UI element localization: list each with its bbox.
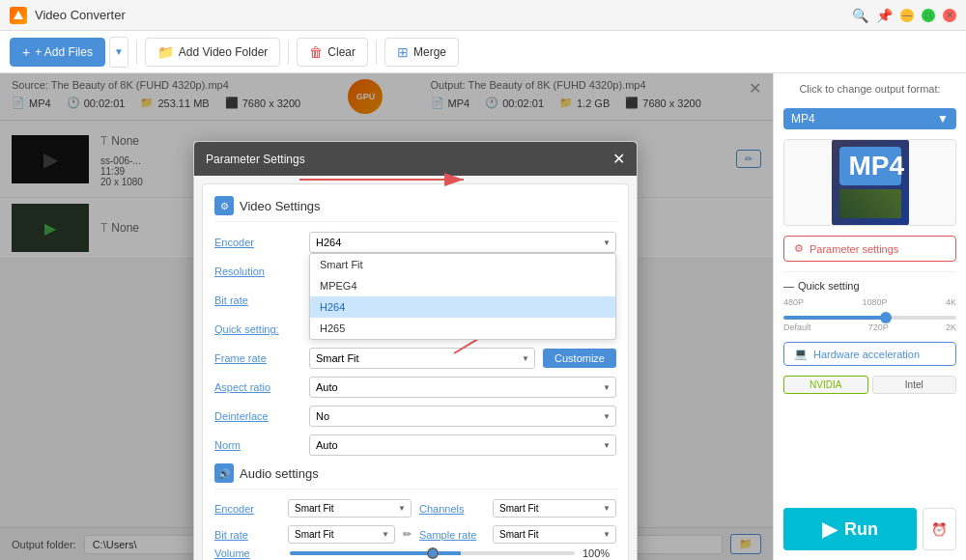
run-row: ▶ Run ⏰ — [783, 508, 956, 550]
audio-bitrate-select-wrapper: Smart Fit — [288, 525, 395, 544]
alarm-button[interactable]: ⏰ — [923, 508, 956, 550]
clear-button[interactable]: 🗑 Clear — [297, 38, 368, 67]
hw-accel-button[interactable]: 💻 Hardware acceleration — [783, 342, 956, 366]
mp4-text: MP4 — [839, 147, 901, 185]
aspect-ratio-select[interactable]: Auto — [309, 377, 616, 398]
window-controls: — □ ✕ — [900, 9, 956, 22]
format-dropdown-arrow: ▼ — [937, 112, 949, 126]
quick-setting-section: — Quick setting 480P 1080P 4K Default 72… — [783, 271, 956, 332]
svg-marker-0 — [14, 11, 23, 19]
audio-settings-icon: 🔊 — [214, 463, 234, 483]
quick-setting-icon: — — [783, 280, 794, 292]
left-panel: Source: The Beauty of 8K (FUHD 4320p).mp… — [0, 73, 773, 560]
audio-bitrate-label[interactable]: Bit rate — [214, 529, 282, 541]
quick-setting-label[interactable]: Quick setting: — [214, 323, 301, 335]
divider-2 — [288, 41, 289, 64]
add-files-dropdown[interactable]: ▼ — [109, 37, 128, 68]
dropdown-item-mpeg4[interactable]: MPEG4 — [310, 275, 615, 296]
deinterlace-select-wrapper: No — [309, 406, 616, 427]
app-icon — [10, 7, 27, 24]
minimize-button[interactable]: — — [900, 9, 914, 22]
sample-rate-select[interactable]: Smart Fit — [493, 525, 616, 544]
norm-select-wrapper: Auto — [309, 434, 616, 456]
audio-grid: Encoder Smart Fit Channels — [214, 499, 616, 544]
change-format-text: Click to change output format: — [783, 83, 956, 95]
quality-bottom-labels: Default 720P 2K — [783, 322, 956, 332]
hw-accel-icon: 💻 — [794, 348, 808, 360]
video-settings-header: ⚙ Video Settings — [214, 196, 616, 222]
video-settings-icon: ⚙ — [214, 196, 234, 215]
channels-row: Channels Smart Fit — [419, 499, 616, 518]
maximize-button[interactable]: □ — [922, 9, 935, 22]
channels-select-wrapper: Smart Fit — [493, 499, 616, 518]
audio-bitrate-select[interactable]: Smart Fit — [288, 525, 395, 544]
merge-icon: ⊞ — [397, 44, 409, 60]
channels-label[interactable]: Channels — [419, 503, 487, 515]
title-bar: Video Converter 🔍 📌 — □ ✕ — [0, 0, 966, 31]
parameter-settings-dialog: Parameter Settings ✕ ⚙ Video Settings En… — [193, 141, 638, 560]
framerate-row: Frame rate Smart Fit Customize — [214, 348, 616, 369]
dialog-close-button[interactable]: ✕ — [612, 150, 625, 168]
deinterlace-select[interactable]: No — [309, 406, 616, 427]
framerate-customize-button[interactable]: Customize — [543, 349, 616, 368]
intel-button[interactable]: Intel — [872, 376, 957, 394]
audio-encoder-label[interactable]: Encoder — [214, 503, 282, 515]
format-preview: MP4 — [783, 139, 956, 226]
deinterlace-row: Deinterlace No — [214, 406, 616, 427]
audio-encoder-select[interactable]: Smart Fit — [288, 499, 412, 518]
volume-label: Volume — [214, 547, 282, 559]
encoder-row: Encoder Smart Fit MPEG4 H264 H265 Smart … — [214, 232, 616, 253]
app-title: Video Converter — [35, 8, 852, 22]
framerate-label[interactable]: Frame rate — [214, 352, 301, 364]
format-selector[interactable]: MP4 ▼ — [783, 108, 956, 129]
volume-slider[interactable] — [290, 551, 575, 555]
main-area: Source: The Beauty of 8K (FUHD 4320p).mp… — [0, 73, 966, 560]
encoder-select-wrapper: Smart Fit MPEG4 H264 H265 Smart Fit MPEG… — [309, 232, 616, 253]
mp4-preview: MP4 — [832, 139, 909, 226]
close-button[interactable]: ✕ — [943, 9, 956, 22]
audio-encoder-row: Encoder Smart Fit — [214, 499, 412, 518]
sample-rate-label[interactable]: Sample rate — [419, 529, 487, 541]
channels-select[interactable]: Smart Fit — [493, 499, 616, 518]
trash-icon: 🗑 — [309, 44, 323, 60]
dropdown-item-h265[interactable]: H265 — [310, 318, 615, 339]
resolution-label[interactable]: Resolution — [214, 266, 301, 277]
quality-slider[interactable] — [783, 316, 956, 320]
dropdown-item-h264[interactable]: H264 — [310, 296, 615, 318]
add-files-button[interactable]: + + Add Files — [10, 38, 105, 67]
norm-select[interactable]: Auto — [309, 434, 616, 456]
norm-row: Norm Auto — [214, 434, 616, 456]
framerate-select[interactable]: Smart Fit — [309, 348, 535, 369]
search-icon[interactable]: 🔍 — [852, 8, 868, 23]
format-label: MP4 — [791, 112, 815, 126]
add-video-folder-button[interactable]: 📁 Add Video Folder — [145, 38, 281, 67]
encoder-label[interactable]: Encoder — [214, 237, 301, 248]
norm-label[interactable]: Norm — [214, 439, 301, 451]
dropdown-item-smartfit[interactable]: Smart Fit — [310, 254, 615, 275]
folder-icon: 📁 — [157, 44, 174, 60]
gpu-row: NVIDIA Intel — [783, 376, 956, 394]
encoder-select[interactable]: Smart Fit MPEG4 H264 H265 — [309, 232, 616, 253]
aspect-ratio-select-wrapper: Auto — [309, 377, 616, 398]
aspect-ratio-row: Aspect ratio Auto — [214, 377, 616, 398]
param-settings-button[interactable]: ⚙ Parameter settings — [783, 236, 956, 262]
deinterlace-label[interactable]: Deinterlace — [214, 410, 301, 422]
audio-bitrate-edit-icon[interactable]: ✏ — [403, 528, 412, 541]
quick-setting-title: — Quick setting — [783, 280, 956, 292]
sample-rate-row: Sample rate Smart Fit — [419, 525, 616, 544]
run-button[interactable]: ▶ Run — [783, 508, 917, 550]
audio-encoder-select-wrapper: Smart Fit — [288, 499, 412, 518]
right-panel: Click to change output format: MP4 ▼ MP4… — [773, 73, 966, 560]
run-arrow-icon: ▶ — [822, 518, 837, 541]
divider-3 — [376, 41, 377, 64]
quality-top-labels: 480P 1080P 4K — [783, 297, 956, 307]
plus-icon: + — [22, 44, 30, 60]
nvidia-button[interactable]: NVIDIA — [783, 376, 868, 394]
dialog-header: Parameter Settings ✕ — [194, 142, 637, 176]
aspect-ratio-label[interactable]: Aspect ratio — [214, 381, 301, 393]
bitrate-label[interactable]: Bit rate — [214, 294, 301, 306]
merge-button[interactable]: ⊞ Merge — [384, 38, 459, 67]
sample-rate-select-wrapper: Smart Fit — [493, 525, 616, 544]
encoder-dropdown-list: Smart Fit MPEG4 H264 H265 — [309, 253, 616, 340]
pin-icon[interactable]: 📌 — [876, 8, 893, 23]
